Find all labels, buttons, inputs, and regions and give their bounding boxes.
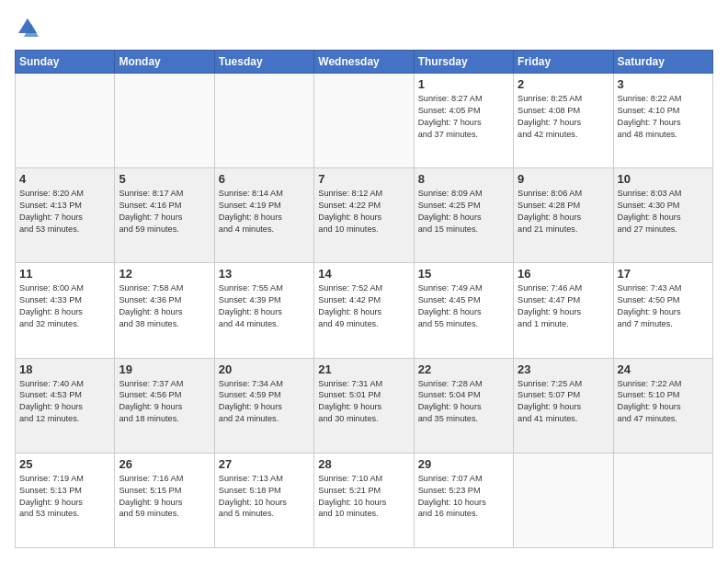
calendar-cell: 12Sunrise: 7:58 AM Sunset: 4:36 PM Dayli… — [115, 263, 214, 358]
day-number: 6 — [219, 172, 310, 186]
calendar-cell: 19Sunrise: 7:37 AM Sunset: 4:56 PM Dayli… — [115, 358, 214, 453]
day-info: Sunrise: 8:25 AM Sunset: 4:08 PM Dayligh… — [518, 93, 609, 141]
day-info: Sunrise: 8:12 AM Sunset: 4:22 PM Dayligh… — [318, 188, 409, 236]
day-info: Sunrise: 7:25 AM Sunset: 5:07 PM Dayligh… — [518, 378, 609, 426]
calendar-cell: 8Sunrise: 8:09 AM Sunset: 4:25 PM Daylig… — [414, 168, 513, 263]
day-info: Sunrise: 8:06 AM Sunset: 4:28 PM Dayligh… — [518, 188, 609, 236]
header — [15, 15, 713, 40]
day-number: 14 — [318, 267, 409, 281]
calendar-cell: 7Sunrise: 8:12 AM Sunset: 4:22 PM Daylig… — [314, 168, 414, 263]
weekday-header-saturday: Saturday — [613, 51, 712, 74]
day-info: Sunrise: 7:49 AM Sunset: 4:45 PM Dayligh… — [418, 282, 509, 330]
calendar-cell: 28Sunrise: 7:10 AM Sunset: 5:21 PM Dayli… — [314, 453, 414, 547]
day-info: Sunrise: 7:55 AM Sunset: 4:39 PM Dayligh… — [219, 282, 310, 330]
calendar-week-4: 18Sunrise: 7:40 AM Sunset: 4:53 PM Dayli… — [16, 358, 713, 453]
day-number: 1 — [418, 77, 509, 91]
day-info: Sunrise: 7:13 AM Sunset: 5:18 PM Dayligh… — [219, 473, 310, 521]
day-number: 29 — [418, 457, 509, 471]
day-number: 28 — [318, 457, 409, 471]
day-number: 8 — [418, 172, 509, 186]
calendar-cell: 3Sunrise: 8:22 AM Sunset: 4:10 PM Daylig… — [613, 74, 712, 168]
weekday-header-friday: Friday — [514, 51, 613, 74]
weekday-header-wednesday: Wednesday — [314, 51, 414, 74]
day-info: Sunrise: 8:03 AM Sunset: 4:30 PM Dayligh… — [618, 188, 709, 236]
weekday-header-thursday: Thursday — [414, 51, 513, 74]
calendar-cell — [514, 453, 613, 547]
day-number: 26 — [119, 457, 210, 471]
day-info: Sunrise: 8:09 AM Sunset: 4:25 PM Dayligh… — [418, 188, 509, 236]
calendar-week-1: 1Sunrise: 8:27 AM Sunset: 4:05 PM Daylig… — [16, 74, 713, 168]
calendar-cell: 24Sunrise: 7:22 AM Sunset: 5:10 PM Dayli… — [613, 358, 712, 453]
calendar-cell — [214, 74, 313, 168]
calendar-cell — [16, 74, 115, 168]
day-info: Sunrise: 8:17 AM Sunset: 4:16 PM Dayligh… — [119, 188, 210, 236]
calendar-week-2: 4Sunrise: 8:20 AM Sunset: 4:13 PM Daylig… — [16, 168, 713, 263]
calendar-cell: 20Sunrise: 7:34 AM Sunset: 4:59 PM Dayli… — [214, 358, 313, 453]
day-number: 10 — [618, 172, 709, 186]
day-number: 3 — [618, 77, 709, 91]
calendar-cell: 5Sunrise: 8:17 AM Sunset: 4:16 PM Daylig… — [115, 168, 214, 263]
day-info: Sunrise: 8:00 AM Sunset: 4:33 PM Dayligh… — [19, 282, 110, 330]
day-info: Sunrise: 7:52 AM Sunset: 4:42 PM Dayligh… — [318, 282, 409, 330]
day-number: 20 — [219, 362, 310, 376]
weekday-header-monday: Monday — [115, 51, 214, 74]
logo — [15, 15, 44, 40]
calendar-cell: 13Sunrise: 7:55 AM Sunset: 4:39 PM Dayli… — [214, 263, 313, 358]
day-info: Sunrise: 7:34 AM Sunset: 4:59 PM Dayligh… — [219, 378, 310, 426]
day-number: 22 — [418, 362, 509, 376]
page: SundayMondayTuesdayWednesdayThursdayFrid… — [0, 0, 728, 563]
day-info: Sunrise: 8:27 AM Sunset: 4:05 PM Dayligh… — [418, 93, 509, 141]
calendar-cell: 1Sunrise: 8:27 AM Sunset: 4:05 PM Daylig… — [414, 74, 513, 168]
calendar-cell: 25Sunrise: 7:19 AM Sunset: 5:13 PM Dayli… — [16, 453, 115, 547]
calendar-cell: 2Sunrise: 8:25 AM Sunset: 4:08 PM Daylig… — [514, 74, 613, 168]
calendar-cell: 17Sunrise: 7:43 AM Sunset: 4:50 PM Dayli… — [613, 263, 712, 358]
day-number: 2 — [518, 77, 609, 91]
day-info: Sunrise: 7:16 AM Sunset: 5:15 PM Dayligh… — [119, 473, 210, 521]
calendar-cell: 23Sunrise: 7:25 AM Sunset: 5:07 PM Dayli… — [514, 358, 613, 453]
calendar-cell: 6Sunrise: 8:14 AM Sunset: 4:19 PM Daylig… — [214, 168, 313, 263]
day-info: Sunrise: 7:22 AM Sunset: 5:10 PM Dayligh… — [618, 378, 709, 426]
day-info: Sunrise: 7:28 AM Sunset: 5:04 PM Dayligh… — [418, 378, 509, 426]
calendar-cell: 10Sunrise: 8:03 AM Sunset: 4:30 PM Dayli… — [613, 168, 712, 263]
calendar-cell: 16Sunrise: 7:46 AM Sunset: 4:47 PM Dayli… — [514, 263, 613, 358]
calendar-cell — [115, 74, 214, 168]
day-info: Sunrise: 7:07 AM Sunset: 5:23 PM Dayligh… — [418, 473, 509, 521]
day-info: Sunrise: 7:19 AM Sunset: 5:13 PM Dayligh… — [19, 473, 110, 521]
calendar-cell: 26Sunrise: 7:16 AM Sunset: 5:15 PM Dayli… — [115, 453, 214, 547]
calendar-cell: 22Sunrise: 7:28 AM Sunset: 5:04 PM Dayli… — [414, 358, 513, 453]
day-number: 19 — [119, 362, 210, 376]
day-number: 7 — [318, 172, 409, 186]
calendar-cell: 21Sunrise: 7:31 AM Sunset: 5:01 PM Dayli… — [314, 358, 414, 453]
day-info: Sunrise: 7:10 AM Sunset: 5:21 PM Dayligh… — [318, 473, 409, 521]
day-number: 16 — [518, 267, 609, 281]
day-info: Sunrise: 8:22 AM Sunset: 4:10 PM Dayligh… — [618, 93, 709, 141]
calendar-cell: 29Sunrise: 7:07 AM Sunset: 5:23 PM Dayli… — [414, 453, 513, 547]
day-number: 24 — [618, 362, 709, 376]
calendar-cell: 15Sunrise: 7:49 AM Sunset: 4:45 PM Dayli… — [414, 263, 513, 358]
day-info: Sunrise: 7:40 AM Sunset: 4:53 PM Dayligh… — [19, 378, 110, 426]
day-number: 25 — [19, 457, 110, 471]
calendar-cell: 11Sunrise: 8:00 AM Sunset: 4:33 PM Dayli… — [16, 263, 115, 358]
calendar-cell — [314, 74, 414, 168]
day-number: 17 — [618, 267, 709, 281]
calendar-week-3: 11Sunrise: 8:00 AM Sunset: 4:33 PM Dayli… — [16, 263, 713, 358]
calendar-cell: 18Sunrise: 7:40 AM Sunset: 4:53 PM Dayli… — [16, 358, 115, 453]
day-info: Sunrise: 7:37 AM Sunset: 4:56 PM Dayligh… — [119, 378, 210, 426]
day-number: 11 — [19, 267, 110, 281]
day-number: 9 — [518, 172, 609, 186]
day-info: Sunrise: 7:46 AM Sunset: 4:47 PM Dayligh… — [518, 282, 609, 330]
day-info: Sunrise: 7:31 AM Sunset: 5:01 PM Dayligh… — [318, 378, 409, 426]
calendar-week-5: 25Sunrise: 7:19 AM Sunset: 5:13 PM Dayli… — [16, 453, 713, 547]
calendar-cell: 14Sunrise: 7:52 AM Sunset: 4:42 PM Dayli… — [314, 263, 414, 358]
day-number: 27 — [219, 457, 310, 471]
day-number: 18 — [19, 362, 110, 376]
day-number: 13 — [219, 267, 310, 281]
day-info: Sunrise: 7:43 AM Sunset: 4:50 PM Dayligh… — [618, 282, 709, 330]
calendar-cell: 27Sunrise: 7:13 AM Sunset: 5:18 PM Dayli… — [214, 453, 313, 547]
day-info: Sunrise: 8:14 AM Sunset: 4:19 PM Dayligh… — [219, 188, 310, 236]
day-number: 21 — [318, 362, 409, 376]
day-number: 5 — [119, 172, 210, 186]
day-number: 4 — [19, 172, 110, 186]
day-info: Sunrise: 7:58 AM Sunset: 4:36 PM Dayligh… — [119, 282, 210, 330]
calendar-cell: 4Sunrise: 8:20 AM Sunset: 4:13 PM Daylig… — [16, 168, 115, 263]
